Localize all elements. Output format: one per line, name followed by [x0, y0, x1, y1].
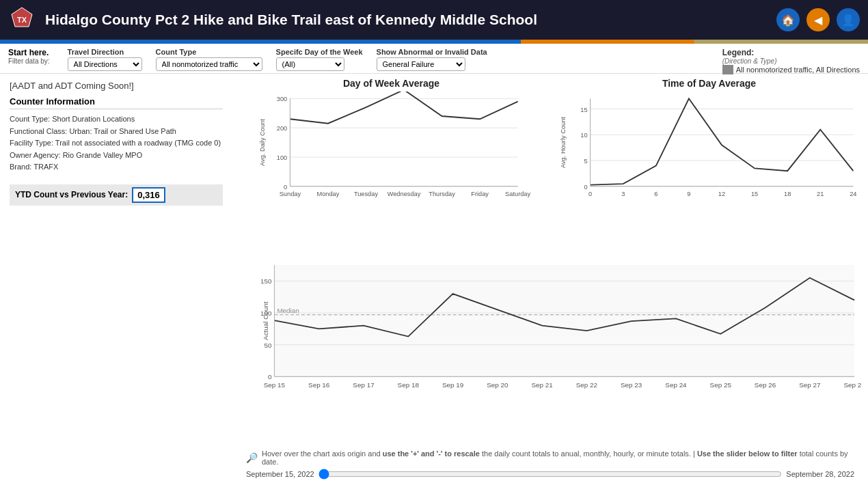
counter-info-title: Counter Information — [10, 96, 223, 109]
home-button[interactable]: 🏠 — [776, 8, 800, 31]
owner-agency: Owner Agency: Rio Grande Valley MPO — [10, 150, 223, 162]
date-slider-bar: September 15, 2022 September 28, 2022 — [239, 467, 861, 481]
legend-item-label: All nonmotorized traffic, All Directions — [736, 66, 860, 74]
svg-text:Avg. Daily Count: Avg. Daily Count — [259, 119, 266, 166]
show-abnormal-select[interactable]: General Failure Show All Hide All — [377, 57, 465, 71]
specific-day-select[interactable]: (All) Sunday Monday — [276, 57, 344, 71]
filter-toolbar: Start here. Filter data by: Travel Direc… — [0, 44, 868, 74]
svg-text:Wednesday: Wednesday — [388, 191, 421, 197]
tod-chart-container: Time of Day Average 051015Avg. Hourly Co… — [557, 78, 861, 214]
svg-text:15: 15 — [580, 107, 587, 113]
right-charts: Day of Week Average 0100200300Avg. Daily… — [232, 74, 868, 485]
svg-text:Thursday: Thursday — [429, 191, 455, 197]
svg-text:Sep 19: Sep 19 — [442, 381, 464, 389]
svg-text:TX: TX — [17, 16, 27, 24]
svg-text:0: 0 — [284, 184, 287, 191]
svg-text:Sep 25: Sep 25 — [710, 381, 732, 389]
svg-text:100: 100 — [277, 154, 287, 161]
specific-day-filter: Specifc Day of the Week (All) Sunday Mon… — [276, 48, 363, 71]
svg-text:0: 0 — [268, 373, 272, 380]
count-type-filter: Count Type All nonmotorized traffic Pede… — [156, 48, 262, 71]
facility-type: Facility Type: Trail not associated with… — [10, 137, 223, 150]
svg-text:Avg. Hourly Count: Avg. Hourly Count — [560, 117, 567, 168]
svg-text:Friday: Friday — [471, 191, 489, 197]
texas-logo: TX — [8, 6, 36, 33]
left-panel: [AADT and ADT Coming Soon!] Counter Info… — [0, 74, 232, 485]
svg-text:Sep 28: Sep 28 — [843, 381, 861, 389]
svg-text:0: 0 — [588, 191, 592, 197]
svg-text:Sep 26: Sep 26 — [755, 381, 776, 389]
svg-text:5: 5 — [584, 158, 587, 165]
svg-text:10: 10 — [580, 132, 587, 139]
svg-text:15: 15 — [751, 191, 758, 197]
bottom-chart: 050100150Actual CountMedianSep 15Sep 16S… — [239, 217, 861, 448]
page-title: Hidalgo County Pct 2 Hike and Bike Trail… — [45, 12, 776, 28]
svg-text:12: 12 — [718, 191, 725, 197]
svg-text:Sep 16: Sep 16 — [308, 381, 330, 389]
svg-text:18: 18 — [784, 191, 791, 197]
brand: Brand: TRAFX — [10, 161, 223, 174]
svg-text:Median: Median — [277, 307, 299, 314]
date-start-label: September 15, 2022 — [246, 470, 314, 478]
dow-chart: 0100200300Avg. Daily CountSundayMondayTu… — [239, 92, 543, 214]
svg-text:0: 0 — [584, 184, 587, 191]
svg-text:Sep 18: Sep 18 — [398, 381, 420, 389]
svg-text:Actual Count: Actual Count — [262, 301, 269, 340]
tod-chart-title: Time of Day Average — [662, 78, 756, 89]
app-header: TX Hidalgo County Pct 2 Hike and Bike Tr… — [0, 0, 868, 40]
svg-text:Sep 20: Sep 20 — [487, 381, 508, 389]
travel-direction-filter: Travel Direction All Directions Northbou… — [68, 48, 142, 71]
svg-text:Sep 22: Sep 22 — [576, 381, 597, 389]
bottom-chart-section: 050100150Actual CountMedianSep 15Sep 16S… — [239, 217, 861, 481]
legend-title: Legend: — [722, 48, 860, 57]
date-range-slider[interactable] — [318, 469, 783, 480]
functional-class: Functional Class: Urban: Trail or Shared… — [10, 126, 223, 138]
show-abnormal-filter: Show Abnormal or Invalid Data General Fa… — [377, 48, 487, 71]
svg-rect-40 — [274, 265, 854, 376]
svg-text:300: 300 — [277, 96, 287, 102]
travel-direction-select[interactable]: All Directions Northbound Southbound — [68, 57, 142, 71]
svg-text:Monday: Monday — [316, 191, 339, 197]
svg-text:Sep 24: Sep 24 — [665, 381, 687, 389]
svg-text:200: 200 — [277, 125, 287, 132]
svg-text:Sep 17: Sep 17 — [353, 381, 374, 389]
svg-text:Sep 27: Sep 27 — [799, 381, 820, 389]
legend-box: Legend: (Direction & Type) All nonmotori… — [722, 48, 860, 74]
svg-text:Sep 21: Sep 21 — [531, 381, 553, 389]
back-button[interactable]: ◀ — [806, 8, 830, 31]
hint-text-content: Hover over the chart axis origin and use… — [262, 449, 854, 466]
svg-text:Saturday: Saturday — [505, 191, 530, 197]
svg-text:3: 3 — [621, 191, 625, 197]
travel-direction-label: Travel Direction — [68, 48, 124, 56]
legend-subtitle: (Direction & Type) — [722, 57, 860, 65]
count-type-select[interactable]: All nonmotorized traffic Pedestrian Bicy… — [156, 57, 262, 71]
date-end-label: September 28, 2022 — [786, 470, 854, 478]
svg-text:Sep 23: Sep 23 — [621, 381, 642, 389]
svg-text:150: 150 — [260, 277, 272, 285]
ytd-label: YTD Count vs Previous Year: — [15, 190, 128, 199]
svg-text:24: 24 — [850, 191, 856, 197]
svg-text:9: 9 — [687, 191, 690, 197]
ytd-bar: YTD Count vs Previous Year: 0,316 — [10, 184, 223, 206]
svg-text:Sep 15: Sep 15 — [264, 381, 286, 389]
svg-text:Sunday: Sunday — [280, 191, 301, 197]
hint-text: 🔎 Hover over the chart axis origin and u… — [239, 448, 861, 467]
specific-day-label: Specifc Day of the Week — [276, 48, 363, 56]
counter-info: Counter Information Count Type: Short Du… — [10, 96, 223, 174]
top-charts: Day of Week Average 0100200300Avg. Daily… — [239, 78, 861, 214]
show-abnormal-label: Show Abnormal or Invalid Data — [377, 48, 487, 56]
svg-text:6: 6 — [654, 191, 657, 197]
user-button[interactable]: 👤 — [837, 8, 860, 31]
header-icons: 🏠 ◀ 👤 — [776, 8, 860, 31]
dow-chart-container: Day of Week Average 0100200300Avg. Daily… — [239, 78, 543, 214]
dow-chart-title: Day of Week Average — [343, 78, 439, 89]
main-content: [AADT and ADT Coming Soon!] Counter Info… — [0, 74, 868, 485]
svg-text:50: 50 — [264, 342, 271, 349]
tod-chart: 051015Avg. Hourly Count03691215182124 — [557, 92, 861, 214]
start-here-label: Start here. Filter data by: — [8, 48, 50, 65]
ytd-value: 0,316 — [132, 187, 165, 203]
svg-text:21: 21 — [817, 191, 824, 197]
bottom-chart-wrapper: 050100150Actual CountMedianSep 15Sep 16S… — [239, 217, 861, 448]
svg-text:Tuesday: Tuesday — [354, 191, 379, 197]
count-type-info: Count Type: Short Duration Locations — [10, 113, 223, 126]
